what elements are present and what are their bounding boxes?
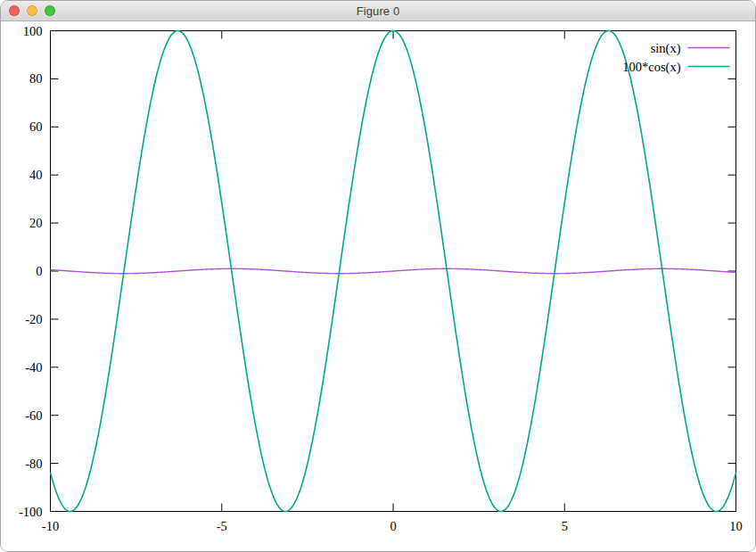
titlebar[interactable]: Figure 0 [1,1,755,21]
y-tick-label: -80 [25,457,42,471]
traffic-lights [9,1,55,21]
sin-curve [51,268,736,273]
y-tick-label: 40 [29,168,43,182]
zoom-button[interactable] [45,5,55,16]
plot-canvas: -10-50510-100-80-60-40-20020406080100sin… [1,21,756,552]
close-button[interactable] [9,5,20,16]
y-tick-label: 20 [29,216,43,230]
x-tick-label: -10 [42,519,59,533]
y-tick-label: -20 [25,312,42,326]
plot-area: -10-50510-100-80-60-40-20020406080100sin… [1,21,755,551]
figure-window: Figure 0 -10-50510-100-80-60-40-20020406… [0,0,756,552]
minimize-button[interactable] [27,5,37,16]
legend-label: 100*cos(x) [622,60,680,75]
y-tick-label: -60 [25,408,42,423]
y-tick-label: -40 [25,360,42,375]
window-title: Figure 0 [357,4,400,18]
legend-label: sin(x) [651,41,681,56]
x-tick-label: -5 [217,519,227,533]
y-tick-label: 0 [36,264,42,278]
y-tick-label: 80 [29,71,43,86]
y-tick-label: -100 [19,505,43,519]
y-tick-label: 100 [23,24,43,38]
x-tick-label: 10 [729,519,743,533]
x-tick-label: 0 [390,519,396,533]
y-tick-label: 60 [29,119,43,134]
x-tick-label: 5 [562,519,568,533]
